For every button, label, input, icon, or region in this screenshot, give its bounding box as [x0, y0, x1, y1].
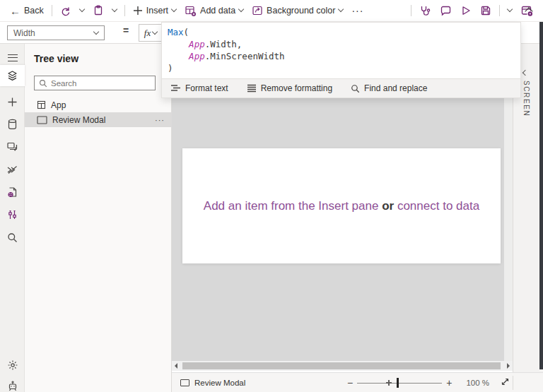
tree-view-icon [6, 70, 18, 82]
tree-view-panel: Tree view App Review Modal ··· [25, 44, 172, 392]
paste-button[interactable] [88, 1, 108, 20]
zoom-in-button[interactable]: + [442, 377, 456, 388]
entity-token: App [189, 51, 205, 61]
chevron-down-icon [152, 28, 158, 34]
screen-review-modal[interactable]: Add an item from the Insert pane or conn… [182, 148, 501, 263]
expand-icon [501, 377, 510, 386]
add-data-icon [185, 5, 197, 17]
media-rail-button[interactable] [0, 137, 25, 157]
undo-button[interactable] [56, 1, 76, 20]
paste-menu-button[interactable] [108, 1, 121, 20]
comments-button[interactable] [436, 1, 456, 20]
tree-search-input[interactable] [51, 79, 151, 88]
format-text-button[interactable]: Format text [170, 83, 228, 93]
database-icon [7, 119, 18, 130]
scrollbar-thumb[interactable] [182, 362, 501, 369]
divider [124, 5, 125, 16]
format-text-icon [170, 84, 181, 93]
expand-properties-button[interactable] [523, 67, 527, 77]
app-checker-button[interactable] [415, 1, 436, 20]
advanced-tools-rail-button[interactable] [0, 205, 25, 225]
remove-formatting-button[interactable]: Remove formatting [247, 83, 332, 93]
tree-item-review-modal[interactable]: Review Modal ··· [25, 112, 172, 127]
formula-line: App.MinScreenWidth [168, 50, 515, 62]
fx-dropdown[interactable]: fx [139, 24, 163, 42]
chevron-down-icon [79, 6, 85, 12]
collapse-formula-bar-button[interactable] [526, 6, 532, 16]
zoom-slider[interactable] [357, 373, 442, 392]
canvas-vertical-scrollbar[interactable] [504, 93, 513, 361]
chevron-down-icon [93, 28, 99, 34]
equals-sign: = [123, 25, 129, 36]
back-arrow-icon: ← [10, 6, 21, 16]
insert-button[interactable]: Insert [129, 1, 180, 20]
plus-icon [7, 97, 18, 107]
empty-message-text: Add an item from the Insert pane [204, 199, 379, 213]
connect-to-data-link[interactable]: connect to data [397, 199, 479, 213]
remove-formatting-icon [247, 84, 257, 93]
app-checker-icon [419, 5, 431, 17]
divider [411, 5, 411, 16]
data-rail-button[interactable] [0, 114, 25, 134]
save-menu-button[interactable] [503, 1, 516, 20]
tree-view-rail-button[interactable] [0, 65, 25, 86]
toolbar-overflow-button[interactable]: ··· [347, 1, 368, 20]
power-automate-rail-button[interactable] [0, 160, 25, 179]
insert-rail-button[interactable] [0, 92, 25, 112]
screen-icon [37, 116, 47, 124]
back-button[interactable]: ← Back [6, 1, 48, 20]
chevron-left-icon [522, 70, 528, 76]
save-icon [480, 5, 491, 16]
design-canvas[interactable]: Add an item from the Insert pane or conn… [172, 93, 513, 371]
media-icon [6, 141, 18, 153]
search-icon [351, 84, 360, 93]
item-overflow-button[interactable]: ··· [155, 116, 165, 124]
screen-properties-tab[interactable]: SCREEN [522, 81, 530, 117]
search-icon [39, 79, 47, 88]
selected-screen-indicator[interactable]: Review Modal [180, 379, 245, 387]
format-text-label: Format text [185, 83, 228, 93]
fit-to-window-button[interactable] [496, 377, 514, 388]
selected-screen-label: Review Modal [194, 379, 245, 387]
undo-menu-button[interactable] [76, 1, 88, 20]
chevron-down-icon [171, 6, 177, 12]
property-selector-dropdown[interactable]: Width [7, 25, 105, 40]
background-color-button-label: Background color [267, 6, 335, 16]
robot-icon [7, 381, 18, 392]
virtual-agent-rail-button[interactable] [0, 376, 25, 392]
gear-icon [7, 360, 18, 371]
tree-view-title: Tree view [34, 53, 78, 64]
divider [499, 5, 500, 16]
top-command-bar: ← Back Insert Add data [0, 0, 543, 22]
settings-rail-button[interactable] [0, 355, 25, 375]
search-rail-button[interactable] [0, 227, 25, 247]
zoom-level-value[interactable]: 100 % [466, 379, 489, 387]
background-color-button[interactable]: Background color [247, 1, 347, 20]
formula-code-editor[interactable]: Max( App.Width, App.MinScreenWidth ) [162, 23, 520, 78]
app-icon [37, 100, 46, 109]
tree-search-box[interactable] [34, 76, 156, 90]
formula-line: App.Width, [168, 38, 515, 50]
external-data-rail-button[interactable] [0, 182, 25, 202]
browser-scrollbar-strip[interactable] [539, 22, 543, 369]
chevron-down-icon [238, 6, 244, 12]
zoom-slider-track [357, 383, 442, 384]
canvas-status-bar: Review Modal − + 100 % [172, 372, 543, 392]
save-button[interactable] [476, 1, 496, 20]
chevron-up-icon [525, 7, 532, 15]
tree-item-app[interactable]: App [25, 97, 172, 112]
scroll-left-arrow[interactable] [175, 363, 177, 369]
canvas-horizontal-scrollbar[interactable] [172, 361, 513, 371]
preview-play-button[interactable] [456, 1, 476, 20]
zoom-out-button[interactable]: − [343, 377, 357, 388]
find-and-replace-button[interactable]: Find and replace [351, 83, 427, 93]
scroll-right-arrow[interactable] [507, 363, 510, 369]
empty-screen-message: Add an item from the Insert pane or conn… [204, 199, 479, 213]
background-color-icon [252, 5, 263, 16]
fx-label: fx [144, 28, 151, 39]
zoom-slider-thumb[interactable] [397, 378, 399, 388]
function-token: Max [168, 27, 184, 37]
property-selector-value: Width [13, 28, 35, 38]
add-data-button[interactable]: Add data [180, 1, 247, 20]
formula-line: ) [168, 62, 515, 74]
